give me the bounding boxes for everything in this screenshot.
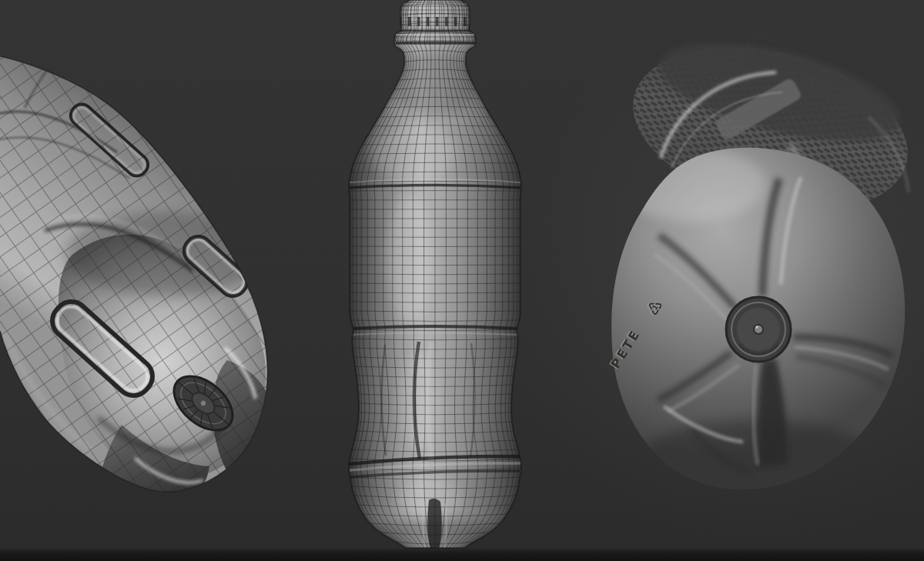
base-cleft: [427, 499, 441, 548]
base-gate-shaded: [726, 297, 791, 362]
bottom-letterbox-bar: [0, 549, 924, 561]
viewport: 0139 0139: [0, 0, 924, 561]
gate-nub-shaded: [754, 325, 763, 334]
gate-nub-sparkle: [755, 326, 758, 329]
bottle-render-composite: 0139 0139: [0, 0, 924, 561]
label-band-highlight: [387, 192, 433, 323]
